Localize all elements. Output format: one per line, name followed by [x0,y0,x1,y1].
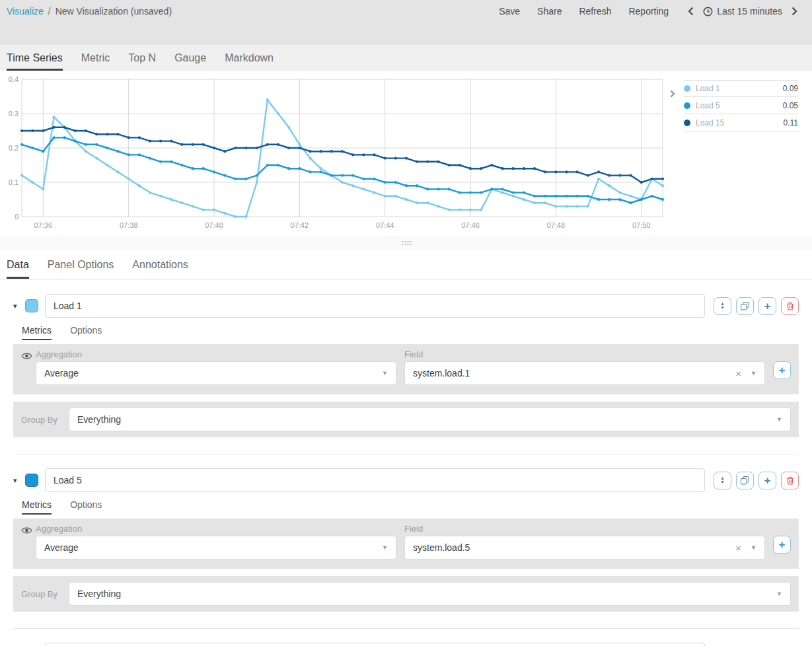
group-by-select[interactable]: Everything ▼ [69,408,791,431]
time-forward-button[interactable] [785,5,804,17]
chevron-down-icon: ▼ [382,544,388,551]
group-by-select[interactable]: Everything ▼ [69,582,791,606]
aggregation-select[interactable]: Average ▼ [36,536,396,559]
add-series-button[interactable]: + [758,297,776,315]
viz-tab-metric[interactable]: Metric [81,47,110,71]
metric-band: Aggregation Average ▼ Field system.load.… [13,344,799,394]
time-back-button[interactable] [681,5,700,17]
share-button[interactable]: Share [529,5,570,18]
legend-series-value: 0.11 [784,118,798,127]
legend-collapse-button[interactable] [670,89,675,100]
viz-tab-time-series[interactable]: Time Series [7,47,63,71]
add-series-button[interactable]: + [758,472,776,489]
time-range-label: Last 15 minutes [717,6,782,17]
data-point [373,192,375,194]
x-axis-tick-label: 07:46 [461,221,480,229]
data-point [256,174,258,177]
data-point [138,153,141,156]
reorder-series-button[interactable]: ▲▼ [714,472,731,489]
panel-resize-splitter[interactable] [0,236,812,250]
clone-series-button[interactable] [736,297,754,315]
data-point [426,188,429,190]
chevron-left-icon [688,7,694,16]
chevron-down-icon: ▼ [776,591,782,597]
legend-series-value: 0.09 [783,84,798,93]
data-point [106,133,108,135]
field-select[interactable]: system.load.5 × ▼ [404,536,765,559]
breadcrumb-visualize-link[interactable]: Visualize [7,6,44,17]
editor-tab-panel-options[interactable]: Panel Options [48,256,114,279]
save-button[interactable]: Save [490,5,529,18]
x-axis-tick-label: 07:40 [205,221,223,229]
time-range-button[interactable]: Last 15 minutes [700,5,785,18]
series-label-input[interactable] [45,468,705,492]
series-tab-options[interactable]: Options [70,325,102,340]
viz-tab-markdown[interactable]: Markdown [225,47,274,71]
add-metric-button[interactable]: + [773,536,791,554]
series-tab-metrics[interactable]: Metrics [22,325,52,340]
data-point [587,205,589,207]
data-point [544,195,546,197]
chart-legend: Load 10.09Load 50.05Load 150.11 [669,80,798,131]
data-point [384,181,387,184]
viz-tab-top-n[interactable]: Top N [128,47,156,71]
data-point [277,112,279,115]
series-tab-metrics[interactable]: Metrics [22,499,52,515]
data-point [394,157,397,160]
refresh-button[interactable]: Refresh [570,5,620,18]
delete-series-button[interactable] [781,297,799,315]
data-point [106,164,108,166]
collapse-caret-icon[interactable]: ▾ [13,302,25,310]
clone-series-button[interactable] [736,472,754,489]
legend-row[interactable]: Load 150.11 [684,114,798,131]
legend-row[interactable]: Load 10.09 [684,80,798,97]
field-column: Field system.load.5 × ▼ [404,524,765,559]
editor-tab-annotations[interactable]: Annotations [132,256,188,279]
visibility-eye-icon[interactable] [21,351,32,363]
data-point [20,174,23,177]
data-point [287,167,290,170]
data-point [341,174,344,177]
data-point [159,195,162,197]
data-point [128,178,130,180]
aggregation-select[interactable]: Average ▼ [36,361,396,385]
timeseries-chart-panel: 00.10.20.30.407:3607:3807:4007:4207:4407… [0,71,812,236]
timeseries-chart[interactable]: 00.10.20.30.407:3607:3807:4007:4207:4407… [0,71,666,236]
clear-field-icon[interactable]: × [735,369,741,378]
delete-series-button[interactable] [781,472,799,489]
series-label-input[interactable] [45,643,705,646]
top-actions: Save Share Refresh Reporting Last 15 min… [490,5,804,18]
visibility-eye-icon[interactable] [21,525,32,537]
viz-tab-gauge[interactable]: Gauge [174,47,206,71]
series-editor: ▾ ▲▼ + MetricsOptions [0,294,812,646]
data-point [490,188,493,190]
clone-icon [741,476,749,485]
reporting-button[interactable]: Reporting [620,5,677,18]
series-tab-options[interactable]: Options [70,499,102,515]
series-color-swatch[interactable] [25,474,38,487]
clear-field-icon[interactable]: × [735,543,741,553]
reorder-series-button[interactable]: ▲▼ [714,297,731,315]
add-metric-button[interactable]: + [773,361,791,379]
collapse-caret-icon[interactable]: ▾ [13,476,25,485]
y-axis-tick-label: 0 [15,213,18,221]
data-point [608,184,610,187]
series-divider [13,628,799,629]
aggregation-column: Aggregation Average ▼ [21,524,396,559]
legend-row[interactable]: Load 50.05 [684,97,798,114]
data-point [554,170,557,173]
series-color-swatch[interactable] [25,299,38,312]
aggregation-label: Aggregation [36,524,396,536]
field-select[interactable]: system.load.1 × ▼ [404,361,765,385]
series-label-input[interactable] [45,294,705,318]
data-point [320,170,322,173]
data-point [490,164,493,166]
data-point [459,209,461,211]
trash-icon [786,476,794,485]
data-point [533,195,536,197]
breadcrumb-current: New Visualization (unsaved) [55,6,172,17]
data-point [95,143,98,146]
editor-tab-data[interactable]: Data [7,256,29,279]
drag-handle-icon[interactable] [401,241,411,245]
data-point [437,205,439,207]
